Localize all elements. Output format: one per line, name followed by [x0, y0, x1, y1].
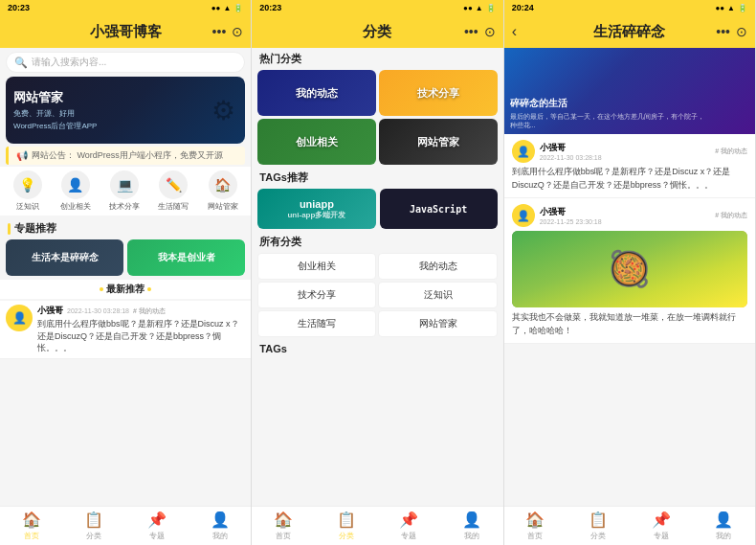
nav-item-tech[interactable]: 💻 技术分享 [109, 170, 140, 212]
category-label: 分类 [86, 531, 101, 541]
topic-icon-3: 📌 [652, 511, 671, 529]
post-content-1: 到底用什么程序做bbs呢？是新程序？还是Discuz x？还是DiscuzQ？还… [512, 166, 747, 192]
header-icons-2: ••• ⊙ [464, 24, 496, 39]
bottom-nav-profile-3[interactable]: 👤 我的 [714, 511, 733, 541]
post-item-p3-2[interactable]: 👤 小强哥 2022-11-25 23:30:18 # 我的动态 🥘 其实我也不… [504, 198, 755, 344]
category-nav: 💡 泛知识 👤 创业相关 💻 技术分享 ✏️ 生活随写 🏠 网站管家 [0, 167, 251, 216]
bottom-nav-home-3[interactable]: 🏠 首页 [525, 511, 545, 541]
home-icon: 🏠 [22, 511, 41, 529]
nav-label-webmaster: 网站管家 [208, 201, 238, 212]
scan-icon-1[interactable]: ⊙ [232, 24, 243, 39]
cat-tech[interactable]: 技术分享 [257, 282, 376, 308]
author-info-1: 小强哥 2022-11-30 03:28:18 [540, 142, 710, 161]
panel-home: 20:23 ●● ▲ 🔋 小强哥博客 ••• ⊙ 🔍 请输入搜索内容... 网站… [0, 0, 252, 545]
hero-title-text: 碎碎念的生活 [510, 97, 711, 110]
scan-icon-2[interactable]: ⊙ [484, 24, 496, 39]
home-icon-2: 🏠 [274, 511, 293, 529]
author-name-2: 小强哥 [540, 206, 710, 218]
bottom-nav-category[interactable]: 📋 分类 [84, 511, 103, 541]
banner-subtitle: 免费、开源、好用 [13, 108, 97, 119]
life-icon: ✏️ [159, 170, 188, 199]
home-label-3: 首页 [527, 531, 543, 541]
nav-item-startup[interactable]: 👤 创业相关 [60, 170, 91, 212]
bottom-nav-1: 🏠 首页 📋 分类 📌 专题 👤 我的 [0, 506, 251, 545]
category-icon: 📋 [84, 511, 103, 529]
hot-cat-dynamic[interactable]: 我的动态 [257, 70, 376, 116]
cat-startup[interactable]: 创业相关 [257, 253, 376, 280]
more-icon-2[interactable]: ••• [464, 24, 478, 39]
featured-card-life[interactable]: 生活本是碎碎念 [6, 239, 123, 276]
category-label-3: 分类 [590, 531, 606, 541]
bottom-nav-topic-2[interactable]: 📌 专题 [399, 511, 418, 541]
profile-icon-2: 👤 [462, 511, 481, 529]
more-icon-1[interactable]: ••• [212, 24, 227, 39]
topic-label: 专题 [149, 531, 165, 541]
nav-item-webmaster[interactable]: 🏠 网站管家 [208, 170, 238, 212]
banner-card[interactable]: 网站管家 免费、开源、好用 WordPress后台管理APP ⚙ [6, 77, 245, 144]
back-icon-3[interactable]: ‹ [512, 23, 517, 40]
post-tag-2: # 我的动态 [715, 211, 747, 220]
post-author-name: 小强哥 [37, 305, 63, 317]
panel2-scroll[interactable]: 热门分类 我的动态 技术分享 创业相关 网站管家 TAGs推荐 uniapp u… [252, 48, 502, 506]
all-cats-grid: 创业相关 我的动态 技术分享 泛知识 生活随写 网站管家 [252, 251, 502, 339]
panel-life: 20:24 ●● ▲ 🔋 ‹ 生活碎碎念 ••• ⊙ 碎碎念的生活 最后的最后，… [504, 0, 756, 545]
food-img-bg: 🥘 [512, 231, 747, 307]
status-icons-2: ●● ▲ 🔋 [463, 4, 496, 12]
bottom-nav-cat-2[interactable]: 📋 分类 [337, 511, 356, 541]
cat-life[interactable]: 生活随写 [257, 310, 376, 337]
profile-icon: 👤 [211, 511, 230, 529]
panel3-scroll[interactable]: 碎碎念的生活 最后的最后，等自己某一天，在这个地方差几间房子，有个院子，种些花.… [504, 48, 755, 506]
avatar-p3-1: 👤 [512, 140, 535, 163]
hero-desc-text: 最后的最后，等自己某一天，在这个地方差几间房子，有个院子，种些花... [510, 112, 711, 131]
food-image: 🥘 [512, 231, 747, 307]
header-1: 小强哥博客 ••• ⊙ [0, 16, 251, 48]
post-item[interactable]: 👤 小强哥 2022-11-30 03:28:18 # 我的动态 到底用什么程序… [0, 301, 251, 359]
cat-webmaster[interactable]: 网站管家 [378, 310, 497, 337]
author-info-2: 小强哥 2022-11-25 23:30:18 [540, 206, 710, 225]
bottom-nav-home-2[interactable]: 🏠 首页 [274, 511, 293, 541]
cat-dynamic[interactable]: 我的动态 [378, 253, 497, 280]
nav-item-knowledge[interactable]: 💡 泛知识 [13, 170, 42, 212]
author-row-2: 👤 小强哥 2022-11-25 23:30:18 # 我的动态 [512, 204, 747, 227]
featured-card-startup[interactable]: 我本是创业者 [127, 239, 245, 276]
bottom-nav-topic-3[interactable]: 📌 专题 [652, 511, 671, 541]
nav-label-knowledge: 泛知识 [16, 201, 39, 212]
profile-label-3: 我的 [716, 531, 731, 541]
hot-cat-tech[interactable]: 技术分享 [379, 70, 498, 116]
bottom-nav-home[interactable]: 🏠 首页 [22, 511, 41, 541]
avatar-p3-2: 👤 [512, 204, 535, 227]
hero-bg: 碎碎念的生活 最后的最后，等自己某一天，在这个地方差几间房子，有个院子，种些花.… [504, 48, 755, 134]
banner-content: 网站管家 免费、开源、好用 WordPress后台管理APP [6, 83, 104, 137]
nav-item-life[interactable]: ✏️ 生活随写 [158, 170, 189, 212]
status-bar-2: 20:23 ●● ▲ 🔋 [252, 0, 502, 16]
hot-cat-webmaster[interactable]: 网站管家 [379, 119, 498, 165]
tag-javascript[interactable]: JavaScript [380, 189, 498, 229]
home-label: 首页 [24, 531, 39, 541]
home-label-2: 首页 [276, 531, 291, 541]
author-name-1: 小强哥 [540, 142, 710, 154]
tag-uniapp[interactable]: uniapp uni-app多端开发 [257, 189, 375, 229]
search-bar[interactable]: 🔍 请输入搜索内容... [6, 52, 245, 73]
header-title-1: 小强哥博客 [90, 23, 162, 41]
status-bar-3: 20:24 ●● ▲ 🔋 [504, 0, 755, 16]
time-3: 20:24 [512, 3, 534, 12]
more-icon-3[interactable]: ••• [716, 24, 730, 39]
latest-header: 最新推荐 [0, 280, 251, 299]
bottom-nav-cat-3[interactable]: 📋 分类 [589, 511, 608, 541]
tag-javascript-label: JavaScript [410, 204, 467, 215]
panel1-scroll[interactable]: 🔍 请输入搜索内容... 网站管家 免费、开源、好用 WordPress后台管理… [0, 48, 251, 506]
cat-knowledge[interactable]: 泛知识 [378, 282, 497, 308]
bottom-nav-profile[interactable]: 👤 我的 [211, 511, 230, 541]
header-title-2: 分类 [363, 23, 391, 41]
hot-cat-startup[interactable]: 创业相关 [257, 119, 376, 165]
search-icon: 🔍 [14, 57, 28, 69]
hot-cats-grid: 我的动态 技术分享 创业相关 网站管家 [252, 68, 502, 167]
all-cats-title: 所有分类 [252, 231, 502, 251]
bottom-nav-topic[interactable]: 📌 专题 [147, 511, 167, 541]
topic-label-3: 专题 [654, 531, 669, 541]
scan-icon-3[interactable]: ⊙ [736, 24, 747, 39]
section-line-icon [8, 223, 11, 235]
post-item-p3-1[interactable]: 👤 小强哥 2022-11-30 03:28:18 # 我的动态 到底用什么程序… [504, 134, 755, 198]
bottom-nav-profile-2[interactable]: 👤 我的 [462, 511, 481, 541]
post-body: 小强哥 2022-11-30 03:28:18 # 我的动态 到底用什么程序做b… [37, 305, 245, 354]
